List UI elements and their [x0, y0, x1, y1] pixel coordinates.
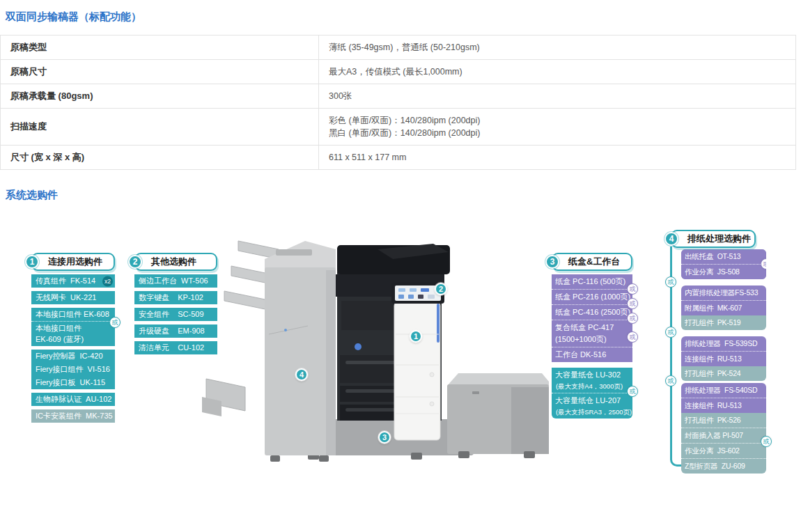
spec-value-line: 黑白 (单面/双面)：140/280ipm (200dpi) [329, 127, 786, 139]
group1-title: 连接用选购件 [48, 256, 102, 268]
table-row: 原稿承载量 (80gsm) 300张 [1, 84, 796, 109]
option-mk-735: IC卡安装组件 MK-735 [31, 409, 115, 423]
printer-marker-4: 4 [295, 368, 308, 381]
option-fs-539sd-set: 排纸处理器 FS-539SD 连接组件 RU-513 打孔组件 PK-524 [681, 336, 766, 381]
or-badge: 或 [665, 327, 676, 338]
option-fiery-set: Fiery控制器 IC-420 Fiery接口组件 VI-516 Fiery接口… [31, 350, 115, 389]
or-badge: 或 [665, 276, 676, 288]
option-cu-102: 清洁单元 CU-102 [134, 341, 217, 354]
option-ot-513-js-508: 出纸托盘 OT-513 作业分离 JS-508 或 [681, 249, 766, 279]
spec-label: 尺寸 (宽 x 深 x 高) [1, 146, 319, 170]
or-badge: 或 [627, 386, 638, 397]
spec-label: 原稿尺寸 [1, 60, 319, 84]
group-finishing-options: 4 排纸处理选购件 [671, 230, 756, 248]
system-options-diagram: bizhub [0, 216, 801, 532]
printer-marker-2: 2 [435, 283, 447, 295]
finisher-body [265, 241, 336, 462]
or-badge: 或 [109, 317, 120, 328]
option-paper-cassettes: 纸盒 PC-116 (500页) 纸盒 PC-216 (1000页) 纸盒 PC… [552, 274, 632, 362]
brand-logo [355, 343, 361, 350]
table-row: 原稿尺寸 最大A3，传值模式 (最长1,000mm) [1, 60, 796, 84]
group-paper-trays: 3 纸盒&工作台 纸盒 PC-116 (500页) 纸盒 PC-216 (100… [552, 253, 632, 418]
spec-value: 彩色 (单面/双面)：140/280ipm (200dpi) 黑白 (单面/双面… [319, 109, 796, 146]
option-large-capacity-units: 大容量纸仓 LU-302 (最大支持A4，3000页) 大容量纸仓 LU-207… [552, 368, 632, 418]
or-badge: 或 [627, 331, 638, 343]
printer-marker-3: 3 [378, 431, 391, 444]
printer-illustration: bizhub [202, 231, 550, 464]
spec-value: 最大A3，传值模式 (最长1,000mm) [319, 60, 796, 84]
option-wifi-uk-221: 无线网卡 UK-221 [31, 291, 115, 304]
group4-header: 4 排纸处理选购件 [671, 230, 756, 248]
printer-lct-unit [447, 373, 549, 458]
group1-number-badge: 1 [25, 255, 39, 269]
group1-header: 1 连接用选购件 [31, 253, 115, 271]
spec-label: 原稿承载量 (80gsm) [1, 84, 319, 109]
printer-marker-1: 1 [410, 330, 422, 343]
options-section-title: 系统选购件 [0, 170, 801, 202]
group4-number-badge: 4 [664, 232, 678, 246]
printer-white-tower [394, 302, 440, 440]
group3-header: 3 纸盒&工作台 [552, 253, 632, 271]
group4-title: 排纸处理选购件 [687, 233, 751, 245]
option-sc-509: 安全组件 SC-509 [134, 308, 217, 321]
option-ek-608-609: 本地接口组件 EK-608 本地接口组件 EK-609 (蓝牙) 或 [31, 308, 115, 346]
table-row: 扫描速度 彩色 (单面/双面)：140/280ipm (200dpi) 黑白 (… [1, 109, 796, 146]
or-badge: 或 [761, 436, 772, 447]
group3-title: 纸盒&工作台 [568, 256, 620, 268]
feeder-section-title: 双面同步输稿器（标配功能） [0, 0, 801, 24]
or-badge: 或 [627, 298, 638, 309]
spec-value: 611 x 511 x 177 mm [319, 146, 796, 170]
option-fs-540sd-set: 排纸处理器 FS-540SD 连接组件 RU-513 打孔组件 PK-526 封… [681, 383, 766, 474]
spec-value: 薄纸 (35-49gsm)，普通纸 (50-210gsm) [319, 36, 796, 60]
option-em-908: 升级硬盘 EM-908 [134, 324, 217, 338]
option-kp-102: 数字键盘 KP-102 [134, 291, 217, 304]
spec-label: 原稿类型 [1, 36, 319, 60]
option-fax-fk-514: 传真组件 FK-514 x2 [31, 274, 115, 288]
group-other-options: 2 其他选购件 侧边工作台 WT-506 数字键盘 KP-102 安全组件 SC… [134, 253, 217, 354]
table-row: 原稿类型 薄纸 (35-49gsm)，普通纸 (50-210gsm) [1, 36, 796, 60]
group2-title: 其他选购件 [151, 256, 196, 268]
group2-number-badge: 2 [128, 255, 142, 269]
or-badge: 或 [627, 283, 638, 295]
table-row: 尺寸 (宽 x 深 x 高) 611 x 511 x 177 mm [1, 146, 796, 170]
option-wt-506: 侧边工作台 WT-506 [134, 274, 217, 288]
group-connection-options: 1 连接用选购件 传真组件 FK-514 x2 无线网卡 UK-221 本地接口… [31, 253, 115, 423]
or-badge: 或 [627, 313, 638, 324]
or-badge: 或 [665, 375, 676, 386]
group3-number-badge: 3 [545, 255, 559, 269]
option-fs-533-set: 内置排纸处理器FS-533 附属组件 MK-607 打孔组件 PK-519 [681, 285, 766, 330]
spec-value-line: 彩色 (单面/双面)：140/280ipm (200dpi) [329, 114, 786, 127]
spec-value: 300张 [319, 84, 796, 109]
group2-header: 2 其他选购件 [134, 253, 217, 271]
option-au-102: 生物静脉认证 AU-102 [31, 393, 115, 406]
spec-label: 扫描速度 [1, 109, 319, 146]
spec-table: 原稿类型 薄纸 (35-49gsm)，普通纸 (50-210gsm) 原稿尺寸 … [0, 35, 796, 170]
x2-badge: x2 [102, 276, 113, 286]
